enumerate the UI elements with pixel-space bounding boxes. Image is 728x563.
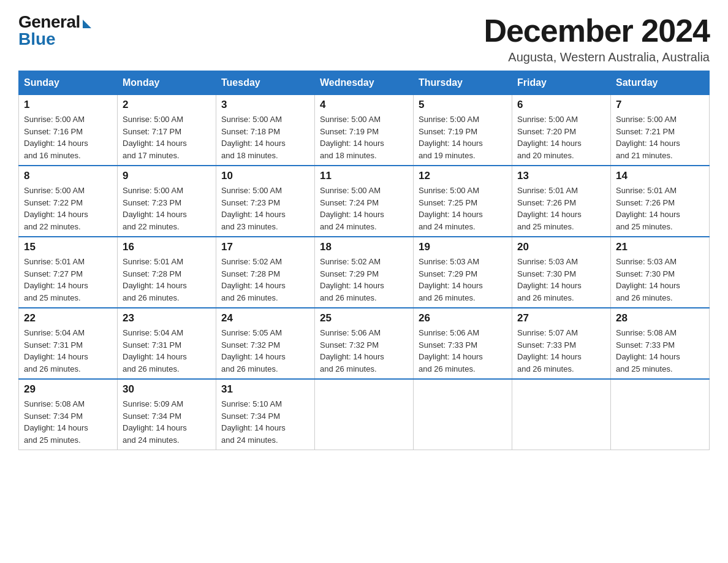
day-info: Sunrise: 5:02 AMSunset: 7:28 PMDaylight:…	[221, 256, 309, 304]
day-number: 6	[517, 99, 605, 111]
day-info: Sunrise: 5:06 AMSunset: 7:33 PMDaylight:…	[419, 327, 507, 375]
day-number: 17	[221, 241, 309, 253]
day-info: Sunrise: 5:03 AMSunset: 7:30 PMDaylight:…	[517, 256, 605, 304]
day-info: Sunrise: 5:00 AMSunset: 7:21 PMDaylight:…	[616, 113, 704, 161]
day-info: Sunrise: 5:06 AMSunset: 7:32 PMDaylight:…	[320, 327, 408, 375]
day-number: 12	[419, 170, 507, 182]
table-row	[315, 379, 414, 450]
logo: General Blue	[18, 12, 91, 49]
day-number: 19	[419, 241, 507, 253]
day-info: Sunrise: 5:00 AMSunset: 7:18 PMDaylight:…	[221, 113, 309, 161]
day-number: 15	[24, 241, 112, 253]
day-number: 20	[517, 241, 605, 253]
table-row: 25Sunrise: 5:06 AMSunset: 7:32 PMDayligh…	[315, 308, 414, 379]
day-number: 1	[24, 99, 112, 111]
day-number: 11	[320, 170, 408, 182]
day-info: Sunrise: 5:00 AMSunset: 7:23 PMDaylight:…	[123, 185, 211, 232]
table-row: 1Sunrise: 5:00 AMSunset: 7:16 PMDaylight…	[19, 95, 118, 166]
table-row: 3Sunrise: 5:00 AMSunset: 7:18 PMDaylight…	[216, 95, 315, 166]
header-friday: Friday	[512, 71, 611, 95]
table-row: 2Sunrise: 5:00 AMSunset: 7:17 PMDaylight…	[118, 95, 216, 166]
day-number: 4	[320, 99, 408, 111]
day-info: Sunrise: 5:00 AMSunset: 7:19 PMDaylight:…	[320, 113, 408, 161]
day-info: Sunrise: 5:09 AMSunset: 7:34 PMDaylight:…	[123, 398, 211, 446]
calendar-header-row: Sunday Monday Tuesday Wednesday Thursday…	[19, 71, 710, 95]
day-number: 31	[221, 383, 309, 396]
day-info: Sunrise: 5:02 AMSunset: 7:29 PMDaylight:…	[320, 256, 408, 304]
day-number: 5	[419, 99, 507, 111]
day-number: 25	[320, 312, 408, 324]
day-number: 10	[221, 170, 309, 182]
table-row: 4Sunrise: 5:00 AMSunset: 7:19 PMDaylight…	[315, 95, 414, 166]
table-row: 21Sunrise: 5:03 AMSunset: 7:30 PMDayligh…	[611, 237, 710, 308]
day-number: 27	[517, 312, 605, 324]
day-number: 24	[221, 312, 309, 324]
table-row: 6Sunrise: 5:00 AMSunset: 7:20 PMDaylight…	[512, 95, 611, 166]
header-thursday: Thursday	[414, 71, 512, 95]
day-info: Sunrise: 5:01 AMSunset: 7:28 PMDaylight:…	[123, 256, 211, 304]
table-row	[512, 379, 611, 450]
title-block: December 2024 Augusta, Western Australia…	[483, 12, 710, 64]
day-number: 14	[616, 170, 704, 182]
table-row: 16Sunrise: 5:01 AMSunset: 7:28 PMDayligh…	[118, 237, 216, 308]
table-row: 30Sunrise: 5:09 AMSunset: 7:34 PMDayligh…	[118, 379, 216, 450]
page-title: December 2024	[483, 12, 710, 49]
day-info: Sunrise: 5:00 AMSunset: 7:19 PMDaylight:…	[419, 113, 507, 161]
day-number: 22	[24, 312, 112, 324]
day-info: Sunrise: 5:04 AMSunset: 7:31 PMDaylight:…	[123, 327, 211, 375]
day-info: Sunrise: 5:00 AMSunset: 7:17 PMDaylight:…	[123, 113, 211, 161]
day-number: 23	[123, 312, 211, 324]
day-info: Sunrise: 5:00 AMSunset: 7:20 PMDaylight:…	[517, 113, 605, 161]
table-row: 24Sunrise: 5:05 AMSunset: 7:32 PMDayligh…	[216, 308, 315, 379]
day-info: Sunrise: 5:01 AMSunset: 7:27 PMDaylight:…	[24, 256, 112, 304]
header-saturday: Saturday	[611, 71, 710, 95]
day-number: 21	[616, 241, 704, 253]
day-number: 18	[320, 241, 408, 253]
day-number: 28	[616, 312, 704, 324]
table-row: 5Sunrise: 5:00 AMSunset: 7:19 PMDaylight…	[414, 95, 512, 166]
day-number: 16	[123, 241, 211, 253]
day-info: Sunrise: 5:00 AMSunset: 7:24 PMDaylight:…	[320, 185, 408, 232]
table-row: 23Sunrise: 5:04 AMSunset: 7:31 PMDayligh…	[118, 308, 216, 379]
day-info: Sunrise: 5:00 AMSunset: 7:22 PMDaylight:…	[24, 185, 112, 232]
day-info: Sunrise: 5:10 AMSunset: 7:34 PMDaylight:…	[221, 398, 309, 446]
calendar-table: Sunday Monday Tuesday Wednesday Thursday…	[18, 71, 710, 450]
calendar-week-row: 1Sunrise: 5:00 AMSunset: 7:16 PMDaylight…	[19, 95, 710, 166]
table-row: 7Sunrise: 5:00 AMSunset: 7:21 PMDaylight…	[611, 95, 710, 166]
table-row: 31Sunrise: 5:10 AMSunset: 7:34 PMDayligh…	[216, 379, 315, 450]
table-row: 17Sunrise: 5:02 AMSunset: 7:28 PMDayligh…	[216, 237, 315, 308]
day-number: 30	[123, 383, 211, 396]
table-row: 29Sunrise: 5:08 AMSunset: 7:34 PMDayligh…	[19, 379, 118, 450]
day-info: Sunrise: 5:04 AMSunset: 7:31 PMDaylight:…	[24, 327, 112, 375]
table-row: 19Sunrise: 5:03 AMSunset: 7:29 PMDayligh…	[414, 237, 512, 308]
table-row	[414, 379, 512, 450]
logo-blue-text: Blue	[18, 29, 56, 49]
day-number: 7	[616, 99, 704, 111]
day-number: 2	[123, 99, 211, 111]
day-info: Sunrise: 5:00 AMSunset: 7:23 PMDaylight:…	[221, 185, 309, 232]
day-number: 8	[24, 170, 112, 182]
page-header: General Blue December 2024 Augusta, West…	[18, 12, 710, 64]
calendar-week-row: 8Sunrise: 5:00 AMSunset: 7:22 PMDaylight…	[19, 166, 710, 237]
day-number: 13	[517, 170, 605, 182]
day-number: 26	[419, 312, 507, 324]
day-info: Sunrise: 5:01 AMSunset: 7:26 PMDaylight:…	[616, 185, 704, 232]
calendar-week-row: 29Sunrise: 5:08 AMSunset: 7:34 PMDayligh…	[19, 379, 710, 450]
calendar-week-row: 22Sunrise: 5:04 AMSunset: 7:31 PMDayligh…	[19, 308, 710, 379]
day-info: Sunrise: 5:08 AMSunset: 7:34 PMDaylight:…	[24, 398, 112, 446]
day-number: 9	[123, 170, 211, 182]
day-info: Sunrise: 5:00 AMSunset: 7:16 PMDaylight:…	[24, 113, 112, 161]
header-wednesday: Wednesday	[315, 71, 414, 95]
day-info: Sunrise: 5:00 AMSunset: 7:25 PMDaylight:…	[419, 185, 507, 232]
table-row: 10Sunrise: 5:00 AMSunset: 7:23 PMDayligh…	[216, 166, 315, 237]
day-number: 29	[24, 383, 112, 396]
calendar-week-row: 15Sunrise: 5:01 AMSunset: 7:27 PMDayligh…	[19, 237, 710, 308]
day-info: Sunrise: 5:03 AMSunset: 7:30 PMDaylight:…	[616, 256, 704, 304]
day-number: 3	[221, 99, 309, 111]
day-info: Sunrise: 5:07 AMSunset: 7:33 PMDaylight:…	[517, 327, 605, 375]
table-row: 22Sunrise: 5:04 AMSunset: 7:31 PMDayligh…	[19, 308, 118, 379]
table-row: 8Sunrise: 5:00 AMSunset: 7:22 PMDaylight…	[19, 166, 118, 237]
header-monday: Monday	[118, 71, 216, 95]
table-row: 12Sunrise: 5:00 AMSunset: 7:25 PMDayligh…	[414, 166, 512, 237]
day-info: Sunrise: 5:03 AMSunset: 7:29 PMDaylight:…	[419, 256, 507, 304]
